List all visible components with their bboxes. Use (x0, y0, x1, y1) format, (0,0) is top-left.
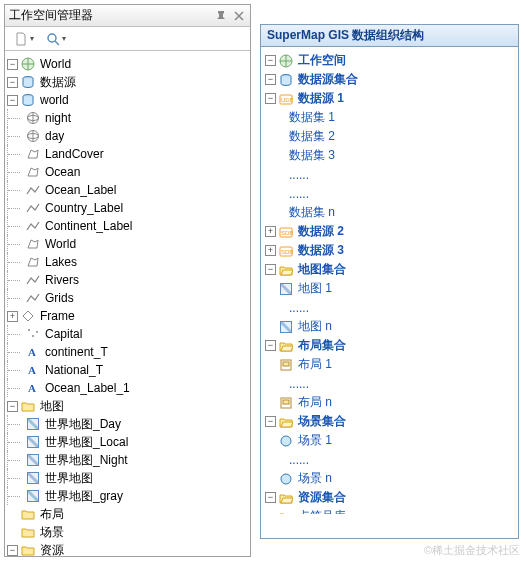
map-item[interactable]: 世界地图 (43, 470, 95, 487)
toolbar: ▾ ▾ (5, 27, 250, 51)
map-icon (278, 319, 294, 335)
toggle[interactable]: − (7, 545, 18, 556)
dataset-item[interactable]: 数据集 1 (287, 109, 337, 126)
toggle[interactable]: − (265, 340, 276, 351)
toggle[interactable]: − (265, 264, 276, 275)
workspace-manager-panel: 工作空间管理器 ▾ ▾ −World −数据源 −world nightdayL… (4, 4, 251, 557)
map-item[interactable]: 世界地图_Night (43, 452, 130, 469)
dataset-item[interactable]: Rivers (43, 273, 81, 287)
map-item[interactable]: 世界地图_Local (43, 434, 130, 451)
dataset-item[interactable]: Frame (38, 309, 77, 323)
dataset-item[interactable]: Capital (43, 327, 84, 341)
dataset-item[interactable]: continent_T (43, 345, 110, 359)
dataset-item[interactable]: Ocean_Label (43, 183, 118, 197)
folder-icon (20, 542, 36, 556)
res-item[interactable]: 点符号库 (296, 508, 348, 514)
layout-item[interactable]: 布局 n (296, 394, 334, 411)
point-icon (25, 326, 41, 342)
layout-item[interactable]: 布局 1 (296, 356, 334, 373)
search-button[interactable]: ▾ (41, 29, 71, 49)
workspace-tree[interactable]: −World −数据源 −world nightdayLandCoverOcea… (5, 51, 250, 556)
ds2[interactable]: 数据源 2 (296, 223, 346, 240)
layout-icon (278, 395, 294, 411)
dataset-item[interactable]: Ocean (43, 165, 82, 179)
workspace-node[interactable]: 工作空间 (296, 52, 348, 69)
dataset-item[interactable]: 数据集 2 (287, 128, 337, 145)
ds-collection[interactable]: 数据源集合 (296, 71, 360, 88)
cad-icon (20, 308, 36, 324)
dataset-item[interactable]: National_T (43, 363, 105, 377)
folder-icon (20, 524, 36, 540)
dataset-item[interactable]: LandCover (43, 147, 106, 161)
ellipsis: ...... (287, 168, 311, 182)
map-item[interactable]: 世界地图_Day (43, 416, 123, 433)
toggle[interactable]: − (7, 77, 18, 88)
folder-open-icon (278, 338, 294, 354)
dataset-item[interactable]: Continent_Label (43, 219, 134, 233)
toggle[interactable]: − (265, 416, 276, 427)
toggle[interactable]: − (7, 59, 18, 70)
toggle[interactable]: − (265, 74, 276, 85)
map-icon (25, 434, 41, 450)
scenes-group[interactable]: 场景 (38, 524, 66, 541)
dataset-item[interactable]: night (43, 111, 73, 125)
map-collection[interactable]: 地图集合 (296, 261, 348, 278)
datasource-group[interactable]: 数据源 (38, 74, 78, 91)
line-icon (25, 182, 41, 198)
new-doc-button[interactable]: ▾ (9, 29, 39, 49)
line-icon (25, 272, 41, 288)
ds1[interactable]: 数据源 1 (296, 90, 346, 107)
toggle[interactable]: − (7, 401, 18, 412)
toggle[interactable]: − (7, 95, 18, 106)
scene-item[interactable]: 场景 n (296, 470, 334, 487)
dataset-item[interactable]: World (43, 237, 78, 251)
dataset-item[interactable]: Lakes (43, 255, 79, 269)
resources-group[interactable]: 资源 (38, 542, 66, 557)
title-bar: 工作空间管理器 (5, 5, 250, 27)
datasource-icon (20, 74, 36, 90)
scene-item[interactable]: 场景 1 (296, 432, 334, 449)
ellipsis: ...... (287, 301, 311, 315)
folder-open-icon (278, 414, 294, 430)
ellipsis: ...... (287, 377, 311, 391)
folder-icon (20, 398, 36, 414)
globe-icon (278, 53, 294, 69)
close-icon[interactable] (232, 9, 246, 23)
dataset-item[interactable]: day (43, 129, 66, 143)
scene-icon (278, 433, 294, 449)
dataset-item[interactable]: Ocean_Label_1 (43, 381, 132, 395)
layout-collection[interactable]: 布局集合 (296, 337, 348, 354)
line-icon (25, 290, 41, 306)
watermark: ©稀土掘金技术社区 (424, 543, 520, 558)
toggle[interactable]: − (265, 93, 276, 104)
ellipsis: ...... (287, 187, 311, 201)
map-icon (25, 470, 41, 486)
toggle[interactable]: − (265, 55, 276, 66)
res-collection[interactable]: 资源集合 (296, 489, 348, 506)
ds3[interactable]: 数据源 3 (296, 242, 346, 259)
diagram-title: SuperMap GIS 数据组织结构 (261, 25, 518, 47)
dataset-item[interactable]: 数据集 3 (287, 147, 337, 164)
poly-icon (25, 236, 41, 252)
poly-icon (25, 146, 41, 162)
map-item[interactable]: 世界地图_gray (43, 488, 125, 505)
scene-collection[interactable]: 场景集合 (296, 413, 348, 430)
map-item[interactable]: 地图 n (296, 318, 334, 335)
toggle[interactable]: + (7, 311, 18, 322)
dataset-item[interactable]: Country_Label (43, 201, 125, 215)
dataset-item[interactable]: Grids (43, 291, 76, 305)
toggle[interactable]: + (265, 226, 276, 237)
map-item[interactable]: 地图 1 (296, 280, 334, 297)
folder-open-icon (278, 490, 294, 506)
toggle[interactable]: + (265, 245, 276, 256)
root-node[interactable]: World (38, 57, 73, 71)
layouts-group[interactable]: 布局 (38, 506, 66, 523)
panel-title: 工作空间管理器 (9, 7, 210, 24)
datasource-world[interactable]: world (38, 93, 71, 107)
pin-icon[interactable] (214, 9, 228, 23)
maps-group[interactable]: 地图 (38, 398, 66, 415)
map-icon (25, 488, 41, 504)
scene-icon (278, 471, 294, 487)
toggle[interactable]: − (265, 492, 276, 503)
dataset-item[interactable]: 数据集 n (287, 204, 337, 221)
